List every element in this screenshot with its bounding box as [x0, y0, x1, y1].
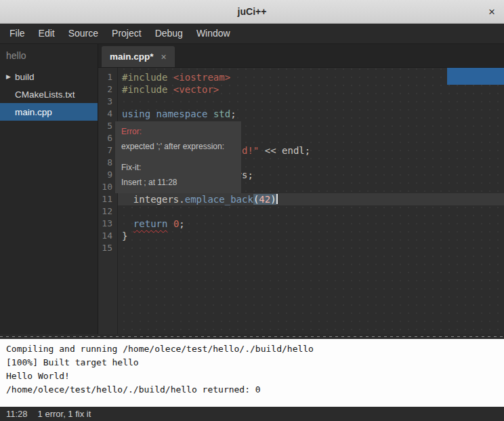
app-window: juCi++ × FileEditSourceProjectDebugWindo… — [0, 0, 504, 421]
scrollbar-thumb[interactable] — [447, 68, 504, 85]
code-segment: <iostream> — [173, 72, 230, 83]
window-title: juCi++ — [238, 6, 267, 17]
output-line: Compiling and running /home/olece/test/h… — [6, 342, 498, 356]
code-line-3[interactable] — [118, 96, 504, 108]
code-lines: #include <iostream>#include <vector>usin… — [118, 68, 504, 334]
code-segment: integers. — [122, 194, 185, 205]
line-number: 4 — [98, 108, 112, 120]
tooltip-error-title: Error: — [121, 127, 235, 136]
code-segment: ) — [270, 194, 276, 205]
tree-item-label: build — [15, 72, 35, 82]
line-number: 2 — [98, 83, 112, 96]
editor-pane: main.cpp* × 123456789101112131415 #inclu… — [98, 44, 504, 334]
diagnostics-summary[interactable]: 1 error, 1 fix it — [38, 409, 91, 419]
code-line-4[interactable]: using namespace std; — [118, 108, 504, 120]
code-line-12[interactable] — [118, 205, 504, 218]
output-panel[interactable]: Compiling and running /home/olece/test/h… — [0, 339, 504, 407]
code-line-15[interactable] — [118, 242, 504, 254]
menubar: FileEditSourceProjectDebugWindow — [0, 24, 504, 44]
code-segment: ; — [179, 218, 184, 229]
tab-main-cpp[interactable]: main.cpp* × — [102, 46, 175, 67]
text-cursor — [276, 194, 278, 204]
line-number: 1 — [98, 71, 112, 83]
tree-item-cmakelists-txt[interactable]: CMakeLists.txt — [0, 85, 98, 103]
line-number: 12 — [98, 205, 112, 218]
menu-item-project[interactable]: Project — [105, 24, 148, 43]
menu-item-window[interactable]: Window — [190, 24, 237, 43]
tooltip-fixit-message: Insert ; at 11:28 — [121, 178, 235, 187]
diagnostic-tooltip: Error: expected ';' after expression: Fi… — [115, 121, 241, 193]
code-segment — [207, 108, 213, 119]
code-line-13[interactable]: return 0; — [118, 218, 504, 230]
line-number: 5 — [98, 120, 112, 132]
code-segment: ; — [230, 108, 236, 119]
titlebar[interactable]: juCi++ × — [0, 0, 504, 24]
project-root-label: hello — [0, 44, 98, 68]
tree-item-main-cpp[interactable]: main.cpp — [0, 103, 98, 121]
menu-item-edit[interactable]: Edit — [32, 24, 62, 43]
code-segment — [167, 218, 173, 229]
file-tree-sidebar: hello ▶buildCMakeLists.txtmain.cpp — [0, 44, 98, 334]
code-segment: << endl; — [259, 145, 310, 156]
line-number: 7 — [98, 144, 112, 157]
code-segment: 42 — [259, 194, 270, 205]
tabbar: main.cpp* × — [98, 44, 504, 68]
code-segment — [122, 218, 133, 229]
expander-arrow-icon[interactable]: ▶ — [6, 73, 15, 80]
line-number: 9 — [98, 169, 112, 181]
main-area: hello ▶buildCMakeLists.txtmain.cpp main.… — [0, 44, 504, 334]
code-segment: using namespace — [122, 108, 207, 119]
tree-item-label: main.cpp — [15, 107, 52, 117]
code-line-1[interactable]: #include <iostream> — [118, 71, 504, 83]
code-segment: return — [133, 218, 168, 229]
line-number: 13 — [98, 218, 112, 230]
statusbar: 11:28 1 error, 1 fix it — [0, 407, 504, 421]
line-number: 10 — [98, 181, 112, 193]
line-number: 14 — [98, 230, 112, 242]
pane-resize-handle[interactable] — [0, 334, 504, 339]
code-line-11[interactable]: integers.emplace_back(42) — [118, 193, 504, 205]
code-segment: } — [122, 230, 127, 241]
output-line: /home/olece/test/hello/./build/hello ret… — [6, 383, 498, 397]
line-number: 3 — [98, 96, 112, 108]
cursor-position: 11:28 — [6, 409, 28, 419]
code-segment: emplace_back — [185, 194, 253, 205]
code-editor[interactable]: 123456789101112131415 #include <iostream… — [98, 68, 504, 334]
code-segment: #include — [122, 84, 173, 95]
line-number: 6 — [98, 132, 112, 144]
line-number: 8 — [98, 157, 112, 169]
window-close-icon[interactable]: × — [488, 6, 495, 18]
output-line: Hello World! — [6, 369, 498, 383]
file-tree: ▶buildCMakeLists.txtmain.cpp — [0, 68, 98, 121]
output-line: [100%] Built target hello — [6, 356, 498, 369]
code-line-2[interactable]: #include <vector> — [118, 83, 504, 96]
menu-item-source[interactable]: Source — [62, 24, 105, 43]
line-number: 11 — [98, 193, 112, 205]
tab-label: main.cpp* — [110, 52, 154, 62]
code-segment: #include — [122, 72, 173, 83]
menu-item-debug[interactable]: Debug — [148, 24, 190, 43]
tree-item-build[interactable]: ▶build — [0, 68, 98, 85]
tree-item-label: CMakeLists.txt — [15, 89, 75, 100]
tooltip-error-message: expected ';' after expression: — [121, 142, 235, 151]
tooltip-fixit-title: Fix-it: — [121, 163, 235, 172]
line-number: 15 — [98, 242, 112, 254]
code-segment: std — [213, 108, 230, 119]
code-line-14[interactable]: } — [118, 230, 504, 242]
menu-item-file[interactable]: File — [3, 24, 32, 43]
code-segment: <vector> — [173, 84, 219, 95]
tab-close-icon[interactable]: × — [161, 52, 167, 62]
gutter: 123456789101112131415 — [98, 68, 118, 334]
